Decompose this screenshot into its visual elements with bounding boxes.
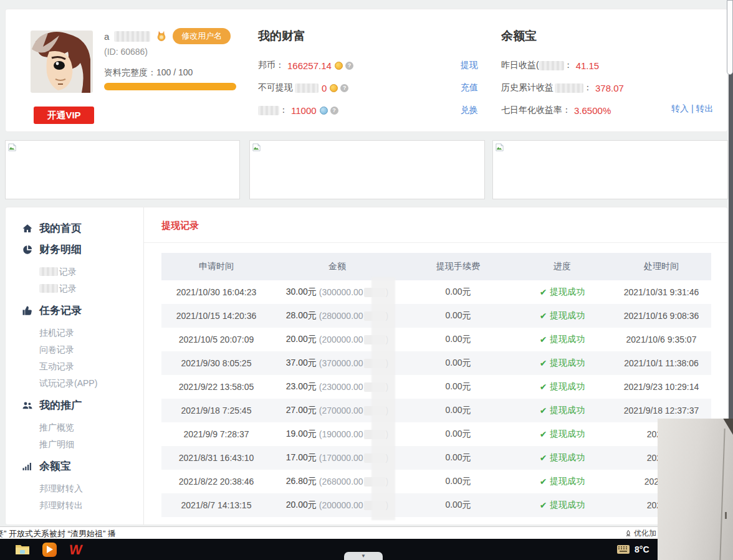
blurred-column-strip: [371, 277, 395, 520]
sidebar-item-finance[interactable]: 财务明细: [22, 242, 143, 257]
sidebar-item-wealth-transfer-in[interactable]: 邦理财转入: [39, 480, 143, 497]
banner-placeholder-3: [492, 140, 728, 199]
status-text: 提现成功: [550, 429, 585, 440]
withdrawal-table: 申请时间 金额 提现手续费 进度 处理时间 2021/10/30 16:04:2…: [161, 253, 711, 517]
keyboard-icon[interactable]: [617, 545, 630, 554]
sidebar-item-wealth-transfer-out[interactable]: 邦理财转出: [39, 497, 143, 514]
status-cell: ✔ 提现成功: [513, 310, 611, 321]
sidebar-item-promo-details[interactable]: 推广明细: [39, 436, 143, 453]
sidebar-item-survey-records[interactable]: 问卷记录: [39, 341, 143, 358]
table-row: 2021/10/15 14:20:36 28.00元 (280000.00) 0…: [161, 304, 711, 328]
sidebar-item-trial-records[interactable]: 试玩记录(APP): [39, 375, 143, 392]
open-vip-button[interactable]: 开通VIP: [34, 107, 94, 124]
table-row: 2021/8/31 16:43:10 17.00元 (170000.00) 0.…: [161, 446, 711, 470]
help-icon[interactable]: ?: [330, 107, 338, 115]
sidebar-item-interaction-records[interactable]: 互动记录: [39, 358, 143, 375]
sidebar-item-record-1[interactable]: 记录: [39, 263, 143, 280]
check-icon: ✔: [540, 500, 547, 510]
sidebar-item-promotion[interactable]: 我的推广: [22, 398, 143, 413]
status-text: 提现成功: [550, 405, 585, 416]
transfer-in-out-links[interactable]: 转入 | 转出: [671, 103, 713, 113]
apply-time-cell: 2021/9/9 7:28:37: [161, 429, 271, 439]
section-title: 提现记录: [161, 220, 727, 232]
check-icon: ✔: [540, 287, 547, 297]
avatar[interactable]: [31, 31, 93, 93]
file-explorer-icon[interactable]: [15, 543, 30, 556]
accelerator-status[interactable]: 优化加: [625, 528, 656, 539]
chevron-down-icon: ▼: [361, 553, 366, 559]
col-amount: 金额: [271, 261, 403, 272]
process-time-cell: 2021/10/31 9:31:46: [611, 287, 711, 297]
weather-temperature[interactable]: 8°C: [635, 544, 649, 554]
check-icon: ✔: [540, 335, 547, 344]
broken-image-icon: [495, 143, 504, 152]
booster-icon: [625, 529, 632, 538]
overlay-photo: [658, 419, 733, 560]
sidebar-item-idle-records[interactable]: 挂机记录: [39, 325, 143, 341]
process-time-cell: 2021/9/18 12:37:37: [611, 406, 711, 415]
edit-username-button[interactable]: 修改用户名: [173, 28, 231, 44]
apply-time-cell: 2021/10/30 16:04:23: [161, 287, 271, 297]
table-body: 2021/10/30 16:04:23 30.00元 (300000.00) 0…: [161, 280, 711, 517]
process-time-cell: 2021/9/23 10:29:14: [611, 382, 711, 392]
status-text: 提现成功: [550, 500, 585, 511]
status-text: 提现成功: [550, 381, 585, 392]
media-app-icon[interactable]: [42, 543, 57, 557]
withdraw-link[interactable]: 提现: [461, 60, 478, 71]
process-time-cell: 2021/10/16 9:08:36: [611, 311, 711, 321]
col-progress: 进度: [513, 261, 611, 272]
avatar-image: [31, 31, 93, 93]
wps-icon[interactable]: W: [68, 543, 83, 557]
apply-time-cell: 2021/10/15 14:20:36: [161, 311, 271, 321]
table-row: 2021/8/7 14:13:15 20.00元 (200000.00) 0.0…: [161, 493, 711, 517]
ticker-text[interactable]: 妻” 开放式关系被封 “渣男始祖” 播: [0, 528, 116, 539]
sidebar-item-tasks[interactable]: 任务记录: [22, 303, 143, 318]
exchange-link[interactable]: 兑换: [461, 105, 478, 116]
yesterday-earning-row: 昨日收益( ： 41.15: [501, 54, 627, 77]
divider: [144, 242, 729, 243]
points-value: 11000: [291, 105, 317, 116]
status-text: 提现成功: [550, 334, 585, 345]
sidebar-item-yuebao[interactable]: 余额宝: [22, 459, 143, 474]
apply-time-cell: 2021/9/18 7:25:45: [161, 406, 271, 415]
recharge-link[interactable]: 充值: [461, 82, 478, 93]
status-cell: ✔ 提现成功: [513, 287, 611, 298]
sidebar-item-record-2[interactable]: 记录: [39, 280, 143, 297]
profile-wealth-card: a 修改用户名 (ID: 60686) 资料完整度：100 / 100 开通VI…: [5, 9, 728, 132]
blurred-patch: [258, 106, 279, 115]
bar-chart-icon: [22, 461, 33, 472]
status-cell: ✔ 提现成功: [513, 452, 611, 463]
annual-rate-value: 3.6500%: [574, 105, 611, 116]
sidebar-item-promo-overview[interactable]: 推广概览: [39, 419, 143, 436]
apply-time-cell: 2021/8/7 14:13:15: [161, 500, 271, 510]
sidebar-item-home[interactable]: 我的首页: [22, 221, 143, 236]
locked-balance-value: 0: [322, 83, 327, 93]
table-row: 2021/8/22 20:38:46 26.80元 (268000.00) 0.…: [161, 470, 711, 493]
help-icon[interactable]: ?: [340, 84, 348, 92]
dashboard-page: a 修改用户名 (ID: 60686) 资料完整度：100 / 100 开通VI…: [0, 0, 733, 560]
home-icon: [22, 223, 33, 234]
yuebao-title: 余额宝: [501, 28, 537, 44]
thumbs-up-icon: [22, 305, 33, 316]
check-icon: ✔: [540, 358, 547, 368]
blurred-patch: [539, 61, 564, 70]
hidden-dock-tab[interactable]: ▼: [344, 552, 383, 560]
fee-cell: 0.00元: [403, 476, 513, 487]
blurred-username: [114, 31, 150, 42]
check-icon: ✔: [540, 311, 547, 321]
table-row: 2021/10/5 20:07:09 20.00元 (200000.00) 0.…: [161, 328, 711, 351]
process-time-cell: 2021/10/6 9:35:07: [611, 335, 711, 344]
status-cell: ✔ 提现成功: [513, 405, 611, 416]
status-cell: ✔ 提现成功: [513, 334, 611, 345]
status-cell: ✔ 提现成功: [513, 429, 611, 440]
table-row: 2021/9/22 13:58:05 23.00元 (230000.00) 0.…: [161, 375, 711, 399]
scrollbar-thumb[interactable]: [727, 0, 733, 75]
check-icon: ✔: [540, 382, 547, 392]
fee-cell: 0.00元: [403, 500, 513, 511]
table-row: 2021/9/18 7:25:45 27.00元 (270000.00) 0.0…: [161, 399, 711, 422]
profile-completeness: 资料完整度：100 / 100: [104, 67, 193, 78]
help-icon[interactable]: ?: [345, 62, 353, 70]
blurred-patch: [555, 83, 583, 93]
photo-dark-corner: [718, 419, 733, 435]
fee-cell: 0.00元: [403, 452, 513, 463]
